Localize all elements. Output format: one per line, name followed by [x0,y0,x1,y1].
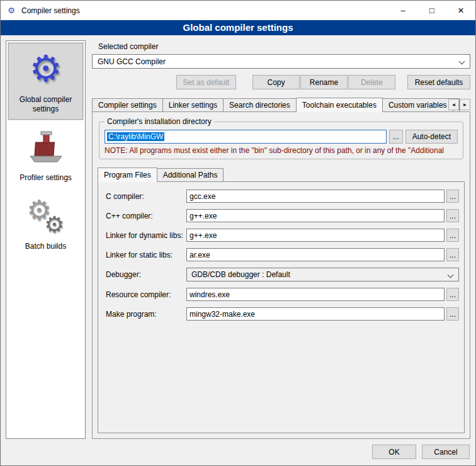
subtab-program-files[interactable]: Program Files [98,168,157,182]
tab-scroll-buttons: ◄ ► [448,99,470,110]
dialog-body: ⚙ Global compiler settings Profiler sett… [1,35,475,442]
reset-defaults-button[interactable]: Reset defaults [407,75,470,89]
debugger-select-value: GDB/CDB debugger : Default [191,270,290,279]
tab-scroll-right-icon[interactable]: ► [460,99,470,110]
settings-tabstrip: Compiler settings Linker settings Search… [92,98,470,111]
main-content: Selected compiler GNU GCC Compiler Set a… [92,40,470,439]
c-compiler-input[interactable] [186,190,445,203]
field-label: C compiler: [106,192,186,201]
field-row-cpp-compiler: C++ compiler: ... [106,209,459,222]
field-label: Linker for static libs: [106,251,186,259]
install-dir-row: C:\raylib\MinGW ... Auto-detect [105,130,458,144]
selected-compiler-label: Selected compiler [98,42,470,51]
gray-gears-icon: ⚙ ⚙ [9,195,82,236]
subtab-additional-paths[interactable]: Additional Paths [157,168,224,181]
sidebar-item-label: Batch builds [25,242,66,251]
tab-search-directories[interactable]: Search directories [223,98,297,111]
compiler-settings-window: ⚙ Compiler settings – □ × Global compile… [0,0,476,466]
field-label: Debugger: [106,270,186,279]
copy-button[interactable]: Copy [252,75,300,89]
chevron-down-icon [448,272,454,278]
field-label: Make program: [106,310,186,319]
cpp-compiler-input[interactable] [186,209,445,222]
tab-custom-variables[interactable]: Custom variables [382,98,453,111]
close-button[interactable]: × [446,1,475,20]
ok-button[interactable]: OK [372,445,416,459]
program-files-panel: C compiler: ... C++ compiler: ... [98,181,465,433]
resource-compiler-input[interactable] [186,288,445,301]
compiler-actions: Set as default Copy Rename Delete Reset … [92,75,470,89]
tab-compiler-settings[interactable]: Compiler settings [92,98,163,111]
blue-gear-icon: ⚙ [9,48,82,89]
field-label: Resource compiler: [106,290,186,299]
compiler-select[interactable]: GNU GCC Compiler [92,54,470,69]
sidebar-item-label: Profiler settings [20,173,72,183]
field-label: Linker for dynamic libs: [106,231,186,240]
field-row-c-compiler: C compiler: ... [106,190,459,203]
installation-directory-group: Compiler's installation directory C:\ray… [99,122,463,159]
install-dir-browse-button[interactable]: ... [389,130,403,144]
maximize-button[interactable]: □ [417,1,446,20]
tab-scroll-left-icon[interactable]: ◄ [448,99,459,110]
page-title: Global compiler settings [1,20,475,35]
tab-linker-settings[interactable]: Linker settings [162,98,224,111]
profiler-icon [9,127,82,167]
cpp-compiler-browse-button[interactable]: ... [446,209,459,222]
c-compiler-browse-button[interactable]: ... [446,190,459,203]
field-row-dynamic-linker: Linker for dynamic libs: ... [106,229,459,242]
cancel-button[interactable]: Cancel [422,445,470,459]
chevron-down-icon [459,59,465,65]
auto-detect-button[interactable]: Auto-detect [405,130,458,144]
delete-button[interactable]: Delete [348,75,395,89]
dynamic-linker-browse-button[interactable]: ... [446,229,459,242]
rename-button[interactable]: Rename [300,75,348,89]
field-label: C++ compiler: [106,212,186,220]
settings-sidebar: ⚙ Global compiler settings Profiler sett… [6,40,86,439]
set-as-default-button[interactable]: Set as default [176,75,236,89]
resource-compiler-browse-button[interactable]: ... [446,288,459,301]
sidebar-item-global-compiler-settings[interactable]: ⚙ Global compiler settings [8,42,84,120]
sidebar-item-label: Global compiler settings [9,95,82,114]
install-dir-value: C:\raylib\MinGW [107,132,164,141]
install-dir-input[interactable]: C:\raylib\MinGW [105,130,387,144]
titlebar: ⚙ Compiler settings – □ × [1,1,475,20]
window-title: Compiler settings [21,6,388,15]
static-linker-input[interactable] [186,248,445,261]
debugger-select[interactable]: GDB/CDB debugger : Default [186,268,459,281]
field-row-static-linker: Linker for static libs: ... [106,248,459,261]
sidebar-item-batch-builds[interactable]: ⚙ ⚙ Batch builds [8,189,84,258]
sidebar-item-profiler-settings[interactable]: Profiler settings [8,120,84,189]
window-controls: – □ × [388,1,475,20]
dialog-footer: OK Cancel [1,442,475,465]
field-row-debugger: Debugger: GDB/CDB debugger : Default [106,268,459,281]
group-title: Compiler's installation directory [105,117,214,126]
minimize-button[interactable]: – [388,1,417,20]
tab-toolchain-executables[interactable]: Toolchain executables [296,98,383,112]
field-row-resource-compiler: Resource compiler: ... [106,288,459,301]
dynamic-linker-input[interactable] [186,229,445,242]
static-linker-browse-button[interactable]: ... [446,248,459,261]
make-program-input[interactable] [186,307,445,321]
toolchain-subtabstrip: Program Files Additional Paths [98,168,465,181]
bin-note-text: NOTE: All programs must exist either in … [105,146,458,155]
field-row-make-program: Make program: ... [106,307,459,321]
compiler-select-value: GNU GCC Compiler [98,57,166,66]
app-icon: ⚙ [6,6,16,16]
toolchain-panel: Compiler's installation directory C:\ray… [92,111,470,439]
make-program-browse-button[interactable]: ... [446,307,459,321]
